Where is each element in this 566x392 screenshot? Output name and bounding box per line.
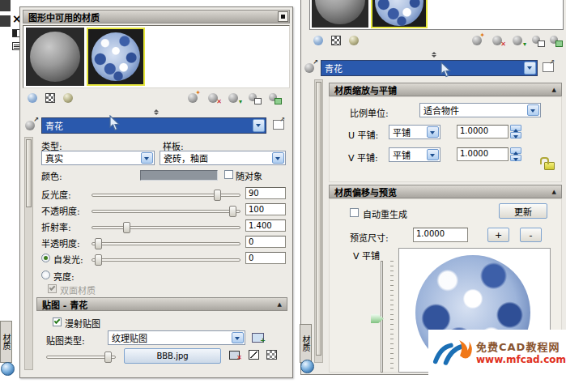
zoom-in-button[interactable]: + bbox=[487, 228, 509, 242]
dropdown-arrow[interactable] bbox=[232, 332, 244, 343]
spinner-down[interactable] bbox=[510, 155, 521, 161]
translucency-slider[interactable] bbox=[91, 242, 240, 245]
auto-regen-checkbox[interactable] bbox=[350, 208, 359, 217]
refraction-slider[interactable] bbox=[91, 226, 240, 229]
slider-thumb[interactable] bbox=[123, 222, 130, 233]
v-tile-combo[interactable]: 平铺 bbox=[389, 147, 440, 162]
two-sided-checkbox[interactable] bbox=[48, 284, 57, 293]
splitter-handle[interactable] bbox=[147, 109, 166, 116]
v-tile-spinner[interactable] bbox=[510, 147, 521, 161]
slider-thumb[interactable] bbox=[104, 352, 112, 363]
left-scrollbar-thumb[interactable] bbox=[26, 139, 32, 207]
up-to-parent-icon[interactable]: ↗ bbox=[273, 120, 284, 130]
checker-glyph bbox=[331, 36, 341, 45]
delete-map-icon[interactable]: ✕ bbox=[229, 351, 240, 360]
purge-material-icon[interactable]: ✕ bbox=[492, 34, 504, 47]
v-tile-amount-input[interactable]: 1.0000 bbox=[457, 147, 509, 161]
checkered-underlay-icon[interactable] bbox=[45, 92, 57, 104]
panel-menu-button[interactable] bbox=[278, 11, 288, 22]
material-swatch-global[interactable] bbox=[312, 0, 368, 28]
preview-map-icon[interactable] bbox=[249, 350, 259, 360]
indicate-in-use-icon[interactable]: ▾ bbox=[512, 34, 525, 47]
material-swatch-global[interactable] bbox=[26, 28, 84, 86]
slider-thumb[interactable] bbox=[214, 190, 221, 201]
preview-lighting-icon[interactable] bbox=[62, 92, 75, 104]
dropdown-arrow[interactable] bbox=[272, 152, 284, 164]
material-swatch-qinghua-selected[interactable] bbox=[87, 28, 145, 86]
dropdown-arrow[interactable] bbox=[427, 126, 439, 138]
u-tile-amount-input[interactable]: 1.0000 bbox=[457, 125, 509, 138]
porcelain-swatch bbox=[375, 0, 423, 26]
collapse-icon[interactable]: ▲ bbox=[552, 87, 556, 93]
offset-section-header[interactable]: 材质偏移与预览 ▲ bbox=[329, 185, 562, 198]
slider-thumb[interactable] bbox=[95, 254, 102, 266]
spinner-down[interactable] bbox=[510, 132, 521, 138]
maps-section-header[interactable]: 贴图 - 青花 ▲ bbox=[36, 297, 287, 311]
indicate-in-use-icon[interactable]: ▾ bbox=[228, 92, 240, 104]
right-scrollbar[interactable] bbox=[314, 79, 323, 363]
remove-material-icon[interactable] bbox=[549, 34, 562, 47]
slider-thumb[interactable] bbox=[229, 206, 236, 217]
create-material-icon[interactable]: ✦ bbox=[471, 34, 484, 47]
diffuse-map-checkbox[interactable] bbox=[53, 317, 62, 326]
refraction-value-input[interactable]: 1.400 bbox=[245, 219, 286, 232]
right-scrollbar-thumb[interactable] bbox=[316, 82, 321, 356]
create-material-icon[interactable]: ✦ bbox=[187, 92, 200, 104]
collapse-icon[interactable]: ▲ bbox=[278, 301, 282, 308]
template-combo[interactable]: 瓷砖，釉面 bbox=[160, 151, 286, 165]
material-name-combo[interactable]: 青花 bbox=[41, 117, 266, 134]
dropdown-arrow[interactable] bbox=[253, 119, 265, 132]
texture-file-button[interactable]: BBB.jpg bbox=[124, 348, 221, 364]
spinner-up[interactable] bbox=[510, 125, 521, 131]
swatch-geometry-icon[interactable] bbox=[27, 92, 40, 104]
lock-icon-unlocked[interactable] bbox=[544, 162, 555, 170]
remove-material-icon[interactable] bbox=[268, 92, 281, 104]
collapse-icon[interactable]: ▲ bbox=[552, 189, 556, 195]
scale-units-combo[interactable]: 适合物件 bbox=[419, 103, 541, 117]
material-swatch-qinghua-selected[interactable] bbox=[371, 0, 428, 28]
dropdown-arrow[interactable] bbox=[527, 104, 539, 116]
scaling-section-header[interactable]: 材质缩放与平铺 ▲ bbox=[329, 83, 562, 96]
apply-material-icon[interactable] bbox=[248, 92, 261, 104]
dropdown-arrow[interactable] bbox=[141, 152, 153, 164]
materials-tab-left[interactable]: 材质 bbox=[0, 321, 12, 363]
splitter-handle[interactable] bbox=[424, 51, 444, 58]
up-level-icon[interactable]: ↗ bbox=[24, 119, 37, 132]
checkered-underlay-icon[interactable] bbox=[330, 34, 343, 47]
u-tile-spinner[interactable] bbox=[510, 125, 521, 138]
adjust-bitmap-icon[interactable] bbox=[266, 350, 277, 360]
opacity-slider[interactable] bbox=[91, 210, 240, 213]
map-amount-slider[interactable] bbox=[46, 356, 116, 359]
swatch-geometry-icon[interactable] bbox=[313, 34, 326, 47]
translucency-value-input[interactable]: 0 bbox=[245, 236, 286, 248]
up-level-icon[interactable]: ↗ bbox=[304, 62, 317, 75]
shininess-slider[interactable] bbox=[91, 194, 240, 197]
add-map-button[interactable]: + bbox=[252, 333, 264, 343]
purge-material-icon[interactable]: ✕ bbox=[207, 92, 220, 104]
map-type-combo[interactable]: 纹理贴图 bbox=[108, 330, 245, 345]
apply-material-icon[interactable] bbox=[531, 34, 544, 47]
u-tile-combo[interactable]: 平铺 bbox=[389, 125, 440, 139]
left-scrollbar[interactable] bbox=[24, 137, 33, 370]
dropdown-arrow[interactable] bbox=[524, 62, 536, 75]
spinner-up[interactable] bbox=[510, 147, 521, 154]
update-button[interactable]: 更新 bbox=[499, 203, 547, 219]
color-swatch[interactable] bbox=[140, 170, 218, 181]
opacity-value-input[interactable]: 100 bbox=[245, 203, 286, 215]
sphere-glyph bbox=[513, 36, 522, 45]
self-illumination-radio[interactable] bbox=[41, 254, 50, 262]
materials-tab-right[interactable]: 材质 bbox=[300, 324, 312, 363]
slider-thumb[interactable] bbox=[95, 238, 102, 249]
self-illumination-slider[interactable] bbox=[91, 258, 240, 262]
shininess-value-input[interactable]: 90 bbox=[245, 187, 286, 199]
self-illumination-value-input[interactable]: 0 bbox=[245, 252, 286, 264]
type-combo[interactable]: 真实 bbox=[41, 151, 155, 165]
dropdown-arrow[interactable] bbox=[427, 149, 439, 160]
material-name-combo[interactable]: 青花 bbox=[321, 60, 538, 76]
luminance-radio[interactable] bbox=[41, 271, 50, 279]
preview-size-input[interactable]: 1.0000 bbox=[413, 228, 468, 242]
preview-lighting-icon[interactable] bbox=[348, 34, 361, 47]
by-object-checkbox[interactable] bbox=[224, 170, 233, 179]
zoom-out-button[interactable]: - bbox=[520, 228, 542, 242]
up-to-parent-icon[interactable]: ↗ bbox=[543, 62, 554, 72]
